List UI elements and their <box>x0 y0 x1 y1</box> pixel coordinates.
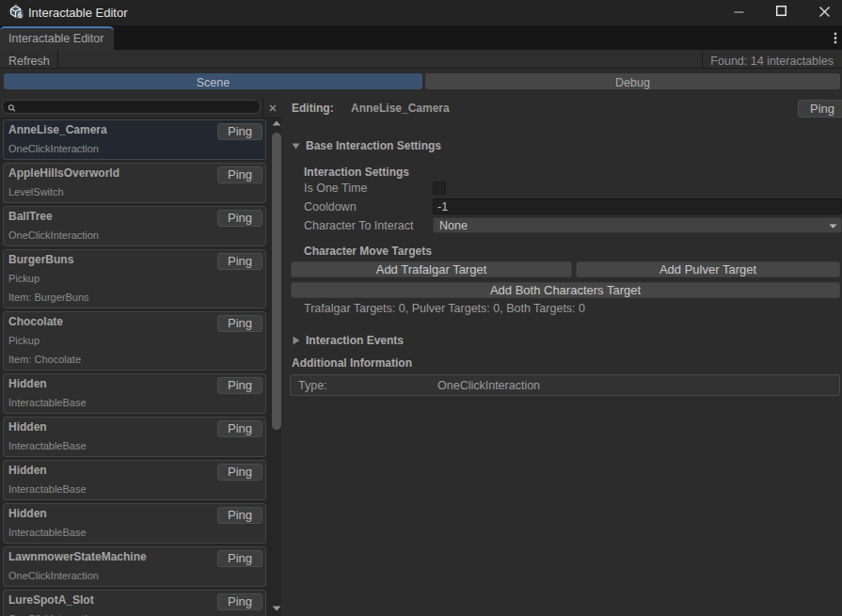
svg-text:6: 6 <box>18 10 23 20</box>
